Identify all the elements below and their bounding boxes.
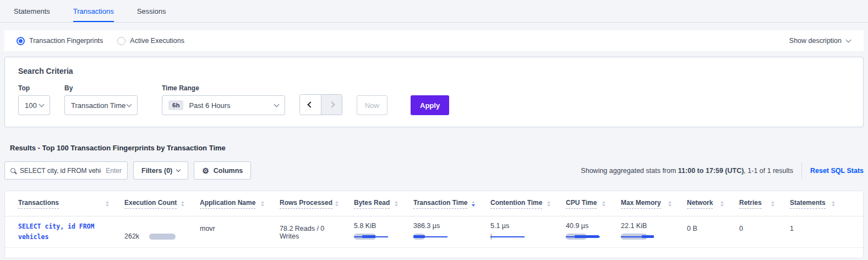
search-criteria-title: Search Criteria — [18, 67, 850, 75]
sort-down-icon — [771, 204, 774, 207]
search-input[interactable] — [20, 167, 101, 175]
time-range-select[interactable]: 6h Past 6 Hours — [162, 95, 285, 115]
cell-transaction-time: 386.3 µs — [413, 216, 490, 247]
next-time-button[interactable] — [321, 95, 342, 115]
chevron-left-icon — [307, 101, 313, 107]
results-toolbar: Enter Filters (0) ⚙ Columns Showing aggr… — [4, 161, 864, 180]
cell-application-name: movr — [200, 216, 280, 247]
sort-down-icon — [261, 204, 264, 207]
column-header-application-name[interactable]: Application Name — [200, 199, 280, 209]
column-header-execution-count[interactable]: Execution Count — [124, 199, 200, 209]
time-pager — [299, 94, 342, 115]
results-title: Results - Top 100 Transaction Fingerprin… — [10, 144, 868, 152]
cell-value: movr — [200, 225, 264, 232]
chevron-right-icon — [329, 101, 335, 107]
table-header-row: TransactionsExecution CountApplication N… — [5, 191, 863, 216]
radio-unselected-icon — [117, 37, 125, 45]
cell-value: 22.1 KiB — [621, 222, 672, 230]
stat-bar-chart — [413, 234, 447, 240]
sort-down-icon — [668, 204, 672, 207]
show-description-toggle[interactable]: Show description — [789, 37, 850, 45]
previous-time-button[interactable] — [300, 95, 321, 115]
sort-icon — [547, 201, 550, 207]
sort-down-icon — [832, 204, 835, 207]
cell-rows-processed: 78.2 Reads / 0 Writes — [280, 216, 354, 247]
view-radio-group: Transaction Fingerprints Active Executio… — [17, 37, 184, 45]
column-header-rows-processed[interactable]: Rows Processed — [280, 199, 354, 209]
column-header-label: Execution Count — [124, 199, 177, 209]
tab-sessions[interactable]: Sessions — [137, 7, 166, 22]
mean-bar — [642, 235, 654, 238]
cell-retries: 0 — [739, 216, 790, 247]
cell-value: 5.1 µs — [490, 222, 550, 230]
sort-up-icon — [395, 201, 398, 203]
by-select[interactable]: Transaction Time — [64, 95, 138, 115]
column-header-max-memory[interactable]: Max Memory — [621, 199, 687, 209]
sort-up-icon — [547, 201, 550, 203]
radio-label: Transaction Fingerprints — [29, 37, 103, 45]
chevron-down-icon — [39, 102, 45, 107]
gear-icon: ⚙ — [202, 167, 209, 175]
stat-bar-chart — [354, 234, 388, 240]
stat-bar-chart — [566, 234, 600, 240]
column-header-label: Bytes Read — [354, 199, 390, 209]
transaction-fingerprint-link[interactable]: SELECT city, id FROM vehicles — [18, 216, 109, 242]
column-header-cpu-time[interactable]: CPU Time — [566, 199, 621, 209]
reset-sql-stats-link[interactable]: Reset SQL Stats — [810, 167, 864, 175]
sort-up-icon — [832, 201, 835, 203]
column-header-label: Transaction Time — [413, 199, 467, 209]
chevron-down-icon — [846, 37, 851, 43]
chevron-down-icon — [274, 102, 280, 107]
sql-activity-tabbar: Statements Transactions Sessions — [0, 0, 868, 23]
cell-value: 1 — [790, 225, 835, 232]
table-row: SELECT city, id FROM vehicles262kmovr78.… — [5, 216, 863, 248]
cell-value: 0 B — [687, 225, 724, 232]
tab-transactions[interactable]: Transactions — [73, 7, 114, 22]
column-header-bytes-read[interactable]: Bytes Read — [354, 199, 413, 209]
sort-icon — [668, 201, 672, 207]
columns-button[interactable]: ⚙ Columns — [194, 161, 251, 180]
sort-down-icon — [335, 204, 339, 207]
sort-icon — [472, 201, 475, 207]
filters-button[interactable]: Filters (0) — [133, 161, 188, 180]
column-header-network[interactable]: Network — [687, 199, 739, 209]
aggregated-stats-text: Showing aggregated stats from 11:00 to 1… — [581, 167, 793, 175]
column-header-retries[interactable]: Retries — [739, 199, 790, 209]
apply-button[interactable]: Apply — [411, 95, 449, 115]
column-header-contention-time[interactable]: Contention Time — [490, 199, 566, 209]
sort-down-icon — [181, 204, 184, 207]
mean-bar — [413, 235, 425, 238]
search-criteria-card: Search Criteria Top 100 By Transaction T… — [4, 57, 864, 127]
top-select[interactable]: 100 — [18, 95, 50, 115]
sort-up-icon — [472, 201, 475, 203]
chevron-down-icon — [127, 102, 132, 107]
cell-network: 0 B — [687, 216, 739, 247]
sort-icon — [771, 201, 774, 207]
search-box: Enter — [4, 161, 128, 180]
sort-up-icon — [261, 201, 264, 203]
column-header-label: Rows Processed — [280, 199, 332, 209]
execution-count-bar — [149, 234, 176, 240]
cell-value: 386.3 µs — [413, 222, 475, 230]
time-range-label: Time Range — [162, 84, 285, 92]
stats-time-range: 11:00 to 17:59 (UTC) — [678, 167, 744, 175]
column-header-transaction-time[interactable]: Transaction Time — [413, 199, 490, 209]
cell-value: 40.9 µs — [566, 222, 605, 230]
cell-max-memory: 22.1 KiB — [621, 216, 687, 247]
stat-bar-chart — [621, 234, 654, 240]
cell-value: 0 — [739, 225, 774, 232]
filters-button-label: Filters (0) — [141, 167, 172, 175]
radio-active-executions[interactable]: Active Executions — [117, 37, 184, 45]
sort-icon — [335, 201, 339, 207]
enter-hint: Enter — [106, 167, 122, 175]
column-header-transactions[interactable]: Transactions — [18, 199, 124, 209]
sort-down-icon — [602, 204, 605, 207]
sort-icon — [395, 201, 398, 207]
top-label: Top — [18, 84, 50, 92]
now-button[interactable]: Now — [357, 95, 387, 115]
cell-bytes-read: 5.8 KiB — [354, 216, 413, 247]
column-header-statements[interactable]: Statements — [790, 199, 850, 209]
radio-transaction-fingerprints[interactable]: Transaction Fingerprints — [17, 37, 103, 45]
tab-statements[interactable]: Statements — [14, 7, 50, 22]
sort-down-icon — [720, 204, 724, 207]
